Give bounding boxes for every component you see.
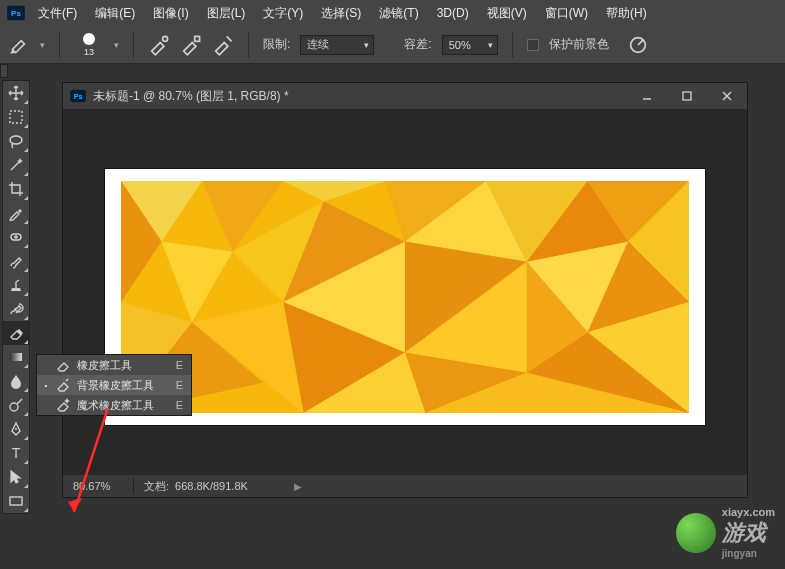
eyedropper-tool[interactable] bbox=[3, 201, 29, 225]
app-logo-icon: Ps bbox=[4, 4, 28, 22]
lasso-tool[interactable] bbox=[3, 129, 29, 153]
tolerance-input[interactable]: 50% bbox=[442, 35, 498, 55]
svg-rect-3 bbox=[195, 36, 200, 41]
pressure-icon[interactable] bbox=[627, 34, 649, 56]
flyout-shortcut: E bbox=[176, 359, 183, 371]
artwork-image bbox=[121, 181, 689, 413]
magic-eraser-icon bbox=[55, 397, 71, 413]
flyout-shortcut: E bbox=[176, 399, 183, 411]
svg-rect-16 bbox=[683, 92, 691, 100]
eraser-tool-flyout: 橡皮擦工具 E • 背景橡皮擦工具 E 魔术橡皮擦工具 E bbox=[36, 354, 192, 416]
document-status-bar: 80.67% 文档: 668.8K/891.8K ▶ bbox=[63, 475, 747, 497]
move-tool[interactable] bbox=[3, 81, 29, 105]
flyout-shortcut: E bbox=[176, 379, 183, 391]
svg-text:Ps: Ps bbox=[11, 9, 21, 18]
artboard bbox=[105, 169, 705, 425]
dropdown-arrow-icon[interactable]: ▾ bbox=[114, 40, 119, 50]
protect-foreground-label: 保护前景色 bbox=[549, 36, 609, 53]
tolerance-label: 容差: bbox=[404, 36, 431, 53]
status-doc-label: 文档: bbox=[144, 479, 169, 494]
panel-dock-strip[interactable] bbox=[0, 64, 8, 78]
svg-point-10 bbox=[15, 428, 17, 430]
svg-rect-5 bbox=[10, 111, 22, 123]
status-flyout-arrow-icon[interactable]: ▶ bbox=[294, 481, 302, 492]
menu-layer[interactable]: 图层(L) bbox=[199, 2, 254, 25]
window-close-button[interactable] bbox=[707, 83, 747, 109]
brush-tool[interactable] bbox=[3, 249, 29, 273]
status-doc-value: 668.8K/891.8K bbox=[175, 480, 248, 492]
pen-tool[interactable] bbox=[3, 417, 29, 441]
menu-image[interactable]: 图像(I) bbox=[145, 2, 196, 25]
svg-marker-47 bbox=[68, 498, 82, 512]
menu-file[interactable]: 文件(F) bbox=[30, 2, 85, 25]
flyout-label: 背景橡皮擦工具 bbox=[77, 378, 170, 393]
svg-point-2 bbox=[163, 36, 168, 41]
limit-dropdown[interactable]: 连续 bbox=[300, 35, 374, 55]
healing-brush-tool[interactable] bbox=[3, 225, 29, 249]
protect-foreground-checkbox[interactable] bbox=[527, 39, 539, 51]
document-window: Ps 未标题-1 @ 80.7% (图层 1, RGB/8) * bbox=[62, 82, 748, 498]
blur-tool[interactable] bbox=[3, 369, 29, 393]
crop-tool[interactable] bbox=[3, 177, 29, 201]
menu-select[interactable]: 选择(S) bbox=[313, 2, 369, 25]
flyout-item-background-eraser[interactable]: • 背景橡皮擦工具 E bbox=[37, 375, 191, 395]
type-tool[interactable]: T bbox=[3, 441, 29, 465]
flyout-label: 橡皮擦工具 bbox=[77, 358, 170, 373]
clone-stamp-tool[interactable] bbox=[3, 273, 29, 297]
svg-text:T: T bbox=[12, 445, 21, 461]
menu-window[interactable]: 窗口(W) bbox=[537, 2, 596, 25]
menu-type[interactable]: 文字(Y) bbox=[255, 2, 311, 25]
eraser-icon bbox=[55, 357, 71, 373]
flyout-active-dot: • bbox=[43, 381, 49, 390]
menu-help[interactable]: 帮助(H) bbox=[598, 2, 655, 25]
flyout-item-eraser[interactable]: 橡皮擦工具 E bbox=[37, 355, 191, 375]
brush-size-value: 13 bbox=[84, 47, 94, 57]
menu-view[interactable]: 视图(V) bbox=[479, 2, 535, 25]
menu-edit[interactable]: 编辑(E) bbox=[87, 2, 143, 25]
sampling-swatch-icon[interactable] bbox=[212, 34, 234, 56]
watermark: xiayx.com 游戏 jingyan bbox=[676, 506, 775, 559]
marquee-tool[interactable] bbox=[3, 105, 29, 129]
tools-panel: T bbox=[2, 80, 30, 514]
history-brush-tool[interactable] bbox=[3, 297, 29, 321]
flyout-item-magic-eraser[interactable]: 魔术橡皮擦工具 E bbox=[37, 395, 191, 415]
sampling-continuous-icon[interactable] bbox=[148, 34, 170, 56]
svg-point-6 bbox=[10, 136, 22, 144]
svg-point-9 bbox=[10, 403, 18, 411]
limit-label: 限制: bbox=[263, 36, 290, 53]
options-bar: ▾ 13 ▾ 限制: 连续 容差: 50% 保护前景色 bbox=[0, 26, 785, 64]
status-zoom[interactable]: 80.67% bbox=[63, 480, 133, 492]
menu-3d[interactable]: 3D(D) bbox=[429, 3, 477, 23]
magic-wand-tool[interactable] bbox=[3, 153, 29, 177]
svg-text:Ps: Ps bbox=[74, 93, 83, 100]
document-titlebar[interactable]: Ps 未标题-1 @ 80.7% (图层 1, RGB/8) * bbox=[63, 83, 747, 109]
menu-bar: Ps 文件(F) 编辑(E) 图像(I) 图层(L) 文字(Y) 选择(S) 滤… bbox=[0, 0, 785, 26]
watermark-ball-icon bbox=[676, 513, 716, 553]
current-tool-icon[interactable] bbox=[8, 34, 30, 56]
dodge-tool[interactable] bbox=[3, 393, 29, 417]
document-ps-icon: Ps bbox=[69, 89, 87, 103]
rectangle-tool[interactable] bbox=[3, 489, 29, 513]
svg-rect-12 bbox=[10, 497, 22, 505]
document-title: 未标题-1 @ 80.7% (图层 1, RGB/8) * bbox=[93, 88, 627, 105]
gradient-tool[interactable] bbox=[3, 345, 29, 369]
svg-rect-8 bbox=[10, 353, 22, 361]
window-minimize-button[interactable] bbox=[627, 83, 667, 109]
menu-filter[interactable]: 滤镜(T) bbox=[371, 2, 426, 25]
path-selection-tool[interactable] bbox=[3, 465, 29, 489]
dropdown-arrow-icon[interactable]: ▾ bbox=[40, 40, 45, 50]
eraser-tool[interactable] bbox=[3, 321, 29, 345]
background-eraser-icon bbox=[55, 377, 71, 393]
window-maximize-button[interactable] bbox=[667, 83, 707, 109]
sampling-once-icon[interactable] bbox=[180, 34, 202, 56]
flyout-label: 魔术橡皮擦工具 bbox=[77, 398, 170, 413]
brush-preset-picker[interactable]: 13 bbox=[74, 30, 104, 60]
